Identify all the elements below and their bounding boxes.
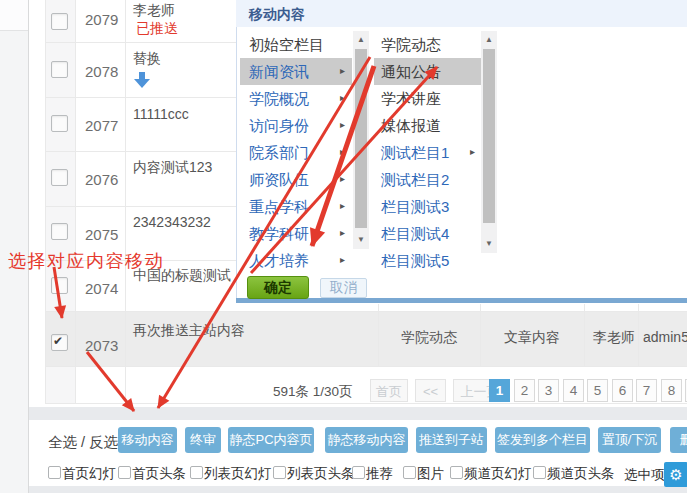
page-number[interactable]: 8 (661, 379, 682, 402)
content-author: 李老师 (593, 329, 635, 347)
static-pc-page-button[interactable]: 静态PC内容页 (228, 427, 314, 453)
submenu-arrow-icon: ▸ (340, 199, 345, 213)
content-title[interactable]: 替换 (133, 50, 161, 68)
divider (75, 0, 76, 403)
divider (45, 366, 687, 367)
collapsed-sidebar[interactable] (0, 0, 29, 493)
select-all-invert-toggle[interactable]: 全选 / 反选 (48, 433, 118, 452)
source-column-item[interactable]: 重点学科 (240, 193, 352, 220)
move-content-button[interactable]: 移动内容 (118, 427, 177, 453)
submenu-arrow-icon: ▸ (340, 172, 345, 186)
push-to-subsite-button[interactable]: 推送到子站 (416, 427, 487, 453)
row-checkbox[interactable] (51, 277, 68, 294)
target-column-item[interactable]: 测试栏目2 (374, 166, 481, 193)
submenu-arrow-icon: ▸ (470, 145, 475, 159)
sidebar-top-corner (0, 0, 28, 31)
content-title[interactable]: 李老师 (133, 2, 175, 20)
option-checkbox[interactable] (273, 466, 286, 479)
scrollbar-thumb[interactable] (355, 49, 367, 228)
final-review-button[interactable]: 终审 (185, 427, 221, 453)
pin-sink-button[interactable]: 置顶/下沉 (598, 427, 661, 453)
submenu-arrow-icon: ▸ (340, 253, 345, 267)
delete-button[interactable]: 删除 (670, 427, 687, 453)
content-title[interactable]: 2342343232 (133, 214, 211, 230)
content-id: 2074 (85, 280, 118, 297)
target-column-item[interactable]: 测试栏目1 (374, 139, 481, 166)
content-id: 2077 (85, 117, 118, 134)
source-column-item[interactable]: 院系部门 (240, 139, 352, 166)
option-label: 首页幻灯 (62, 465, 116, 483)
cancel-button[interactable]: 取消 (320, 278, 367, 298)
divider (378, 304, 379, 366)
page-number[interactable]: 6 (612, 379, 633, 402)
target-column-item-selected[interactable]: 通知公告 (374, 58, 481, 85)
scroll-up-icon[interactable]: ▲ (481, 33, 497, 47)
status-badge: 已推送 (136, 20, 178, 38)
page-number[interactable]: 7 (636, 379, 657, 402)
option-checkbox[interactable] (450, 466, 463, 479)
page-number[interactable]: 3 (538, 379, 559, 402)
source-column-item[interactable]: 访问身份 (240, 112, 352, 139)
pagination-first-button[interactable]: 首页 (370, 379, 408, 402)
publish-to-columns-button[interactable]: 签发到多个栏目 (495, 427, 590, 453)
selected-items-settings-button[interactable]: ⚙ (664, 462, 687, 487)
content-id: 2078 (85, 63, 118, 80)
static-mobile-content-button[interactable]: 静态移动内容 (325, 427, 408, 453)
content-creator: admin5 (643, 329, 687, 345)
target-column-item[interactable]: 学术讲座 (374, 85, 481, 112)
row-checkbox[interactable] (51, 223, 68, 240)
content-title[interactable]: 再次推送主站内容 (133, 322, 245, 340)
source-column-item[interactable]: 学院概况 (240, 85, 352, 112)
scrollbar-thumb[interactable] (483, 49, 495, 223)
row-checkbox[interactable] (51, 115, 68, 132)
option-checkbox[interactable] (48, 466, 61, 479)
divider (29, 407, 687, 420)
content-title[interactable]: 内容测试123 (133, 159, 212, 177)
ok-button[interactable]: 确定 (247, 276, 309, 299)
option-checkbox[interactable] (352, 466, 365, 479)
dialog-title: 移动内容 (249, 6, 305, 24)
pagination-summary: 591条 1/30页 (273, 383, 353, 401)
source-column-item-selected[interactable]: 新闻资讯 (240, 58, 352, 85)
divider (584, 304, 585, 366)
option-checkbox[interactable] (118, 466, 131, 479)
option-checkbox[interactable] (403, 466, 416, 479)
submenu-arrow-icon: ▸ (340, 145, 345, 159)
source-column-item[interactable]: 教学科研 (240, 220, 352, 247)
source-column-item[interactable]: 人才培养 (240, 247, 352, 274)
content-model: 文章内容 (504, 329, 560, 347)
divider (45, 0, 46, 403)
option-checkbox[interactable] (533, 466, 546, 479)
option-label: 列表页幻灯 (204, 465, 272, 483)
divider (29, 486, 687, 493)
source-column-item[interactable]: 初始空栏目 (240, 31, 352, 58)
option-label: 图片 (417, 465, 444, 483)
option-checkbox[interactable] (190, 466, 203, 479)
target-column-item[interactable]: 栏目测试4 (374, 220, 481, 247)
target-column-item[interactable]: 栏目测试5 (374, 247, 481, 274)
scroll-down-icon[interactable]: ▼ (481, 237, 497, 251)
submenu-arrow-icon: ▸ (340, 226, 345, 240)
divider (45, 311, 687, 312)
content-column: 学院动态 (401, 329, 457, 347)
row-checkbox[interactable] (51, 61, 68, 78)
content-title[interactable]: 11111ccc (133, 106, 189, 122)
source-column-item[interactable]: 师资队伍 (240, 166, 352, 193)
target-column-item[interactable]: 栏目测试3 (374, 193, 481, 220)
scroll-down-icon[interactable]: ▼ (353, 233, 369, 247)
divider (480, 304, 481, 366)
row-checkbox[interactable] (51, 334, 68, 351)
pagination-fast-prev-button[interactable]: << (415, 379, 446, 402)
page-number-active[interactable]: 1 (489, 379, 510, 402)
submenu-arrow-icon: ▸ (340, 91, 345, 105)
scroll-up-icon[interactable]: ▲ (353, 33, 369, 47)
content-id: 2073 (85, 337, 118, 354)
page-number[interactable]: 2 (514, 379, 535, 402)
page-number[interactable]: 4 (563, 379, 584, 402)
page-number[interactable]: 5 (587, 379, 608, 402)
row-checkbox[interactable] (51, 13, 68, 30)
submenu-arrow-icon: ▸ (340, 64, 345, 78)
target-column-item[interactable]: 学院动态 (374, 31, 481, 58)
target-column-item[interactable]: 媒体报道 (374, 112, 481, 139)
row-checkbox[interactable] (51, 169, 68, 186)
